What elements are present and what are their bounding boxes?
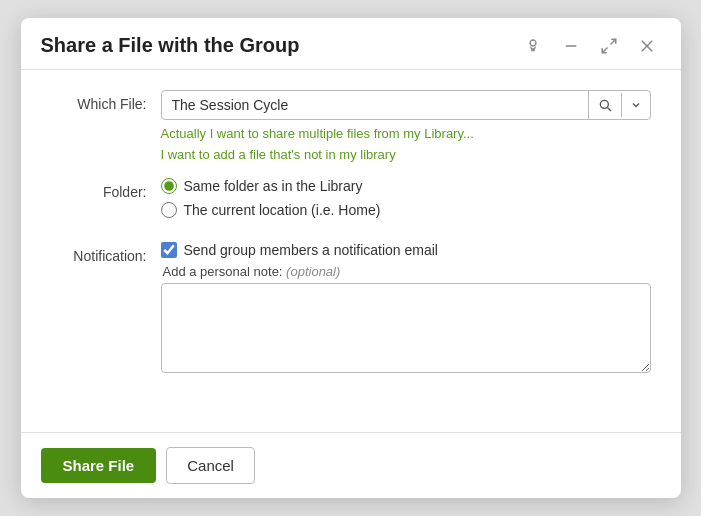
lightbulb-icon-button[interactable] (519, 35, 547, 57)
folder-radio-same-label: Same folder as in the Library (184, 178, 363, 194)
notification-checkbox-row: Send group members a notification email (161, 242, 651, 258)
folder-option-current: The current location (i.e. Home) (161, 202, 651, 218)
folder-radio-same[interactable] (161, 178, 177, 194)
notification-checkbox-label: Send group members a notification email (184, 242, 438, 258)
share-file-dialog: Share a File with the Group (21, 18, 681, 498)
notification-content: Send group members a notification email … (161, 242, 651, 376)
svg-point-0 (530, 40, 536, 46)
file-search-button[interactable] (588, 91, 621, 119)
chevron-down-icon (630, 99, 642, 111)
search-icon (597, 97, 613, 113)
cancel-button[interactable]: Cancel (166, 447, 255, 484)
svg-point-6 (600, 100, 608, 108)
folder-row: Folder: Same folder as in the Library Th… (51, 178, 651, 226)
which-file-label: Which File: (51, 90, 161, 112)
svg-line-7 (607, 108, 610, 111)
which-file-row: Which File: The Session Cycle (51, 90, 651, 162)
which-file-content: The Session Cycle Actually I want to sha… (161, 90, 651, 162)
file-input-container: The Session Cycle (161, 90, 651, 120)
svg-line-2 (610, 39, 615, 44)
personal-note-text: Add a personal note: (163, 264, 283, 279)
share-file-button[interactable]: Share File (41, 448, 157, 483)
close-button[interactable] (633, 35, 661, 57)
notification-checkbox[interactable] (161, 242, 177, 258)
maximize-icon (600, 37, 618, 55)
svg-line-3 (602, 47, 607, 52)
header-icon-group (519, 35, 661, 57)
dialog-header: Share a File with the Group (21, 18, 681, 70)
personal-note-label-row: Add a personal note: (optional) (163, 264, 651, 279)
file-dropdown-button[interactable] (621, 93, 650, 117)
maximize-button[interactable] (595, 35, 623, 57)
folder-label: Folder: (51, 178, 161, 200)
optional-text: (optional) (286, 264, 340, 279)
dialog-body: Which File: The Session Cycle (21, 70, 681, 432)
folder-option-same: Same folder as in the Library (161, 178, 651, 194)
minimize-button[interactable] (557, 35, 585, 57)
minimize-icon (562, 37, 580, 55)
notification-label: Notification: (51, 242, 161, 264)
personal-note-textarea[interactable] (161, 283, 651, 373)
folder-radio-current-label: The current location (i.e. Home) (184, 202, 381, 218)
lightbulb-icon (524, 37, 542, 55)
add-file-not-in-library-link[interactable]: I want to add a file that's not in my li… (161, 147, 651, 162)
notification-row: Notification: Send group members a notif… (51, 242, 651, 376)
share-multiple-link[interactable]: Actually I want to share multiple files … (161, 126, 651, 141)
file-input[interactable]: The Session Cycle (162, 91, 588, 119)
close-icon (638, 37, 656, 55)
dialog-footer: Share File Cancel (21, 432, 681, 498)
folder-radio-current[interactable] (161, 202, 177, 218)
folder-options: Same folder as in the Library The curren… (161, 178, 651, 226)
dialog-title: Share a File with the Group (41, 34, 300, 57)
